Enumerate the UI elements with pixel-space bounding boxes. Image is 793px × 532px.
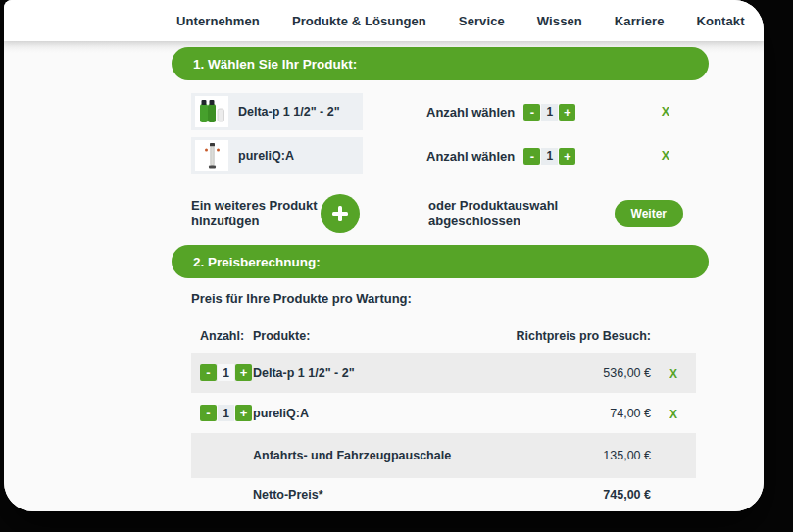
remove-product-button[interactable]: X [662,105,669,119]
decrease-quantity-button[interactable]: - [523,148,540,165]
quantity-stepper: - 1 + [523,104,575,121]
weiter-button[interactable]: Weiter [615,200,683,227]
nav-item-wissen[interactable]: Wissen [537,14,582,28]
row-product-name: pureliQ:A [253,407,533,420]
remove-row-button[interactable]: X [669,367,677,381]
column-header-product: Produkte: [253,329,494,343]
table-row-net-total: Netto-Preis* 745,00 € [191,478,696,511]
row-price: 74,00 € [533,407,651,420]
table-row-delta-p: - 1 + Delta-p 1 1/2" - 2" 536,00 € X [191,353,696,393]
nav-item-service[interactable]: Service [459,14,505,28]
price-table: Anzahl: Produkte: Richtpreis pro Besuch:… [191,319,696,511]
table-row-travel-fee: Anfahrts- und Fahrzeugpauschale 135,00 € [191,433,696,478]
nav-item-karriere[interactable]: Karriere [615,14,665,28]
product-tile-pureliq[interactable]: pureliQ:A [191,137,363,174]
column-header-price: Richtpreis pro Besuch: [494,329,651,343]
quantity-label: Anzahl wählen [426,105,515,120]
quantity-value: 1 [541,148,558,165]
net-total-price: 745,00 € [533,488,651,502]
product-name: Delta-p 1 1/2" - 2" [238,105,340,119]
section2-title: 2. Preisberechnung: [193,255,321,269]
section1-title: 1. Wählen Sie Ihr Produkt: [193,57,357,72]
increase-quantity-button[interactable]: + [559,104,575,121]
row-product-name: Delta-p 1 1/2" - 2" [253,366,533,380]
quantity-stepper: - 1 + [523,148,575,165]
net-total-label: Netto-Preis* [253,488,533,502]
row-stepper-cell: - 1 + [200,364,253,381]
decrease-quantity-button[interactable]: - [200,364,217,381]
pureliq-product-icon [195,140,228,171]
product-name: pureliQ:A [238,149,294,163]
price-subtitle: Preis für Ihre Produkte pro Wartung: [191,291,709,306]
browser-window: Unternehmen Produkte & Lösungen Service … [4,0,764,511]
selection-complete-label: oder Produktauswahl abgeschlossen [428,198,593,230]
row-product-name: Anfahrts- und Fahrzeugpauschale [253,449,533,462]
delta-p-product-icon [195,96,228,127]
quantity-value: 1 [218,405,234,421]
price-table-header: Anzahl: Produkte: Richtpreis pro Besuch: [191,319,696,353]
add-product-label: Ein weiteres Produkt hinzufügen [191,198,321,230]
row-price: 536,00 € [533,366,651,380]
add-or-continue-row: Ein weiteres Produkt hinzufügen oder Pro… [191,194,709,233]
add-product-button[interactable] [321,194,360,233]
page-content: 1. Wählen Sie Ihr Produkt: [4,41,764,511]
decrease-quantity-button[interactable]: - [523,104,540,121]
section2-header: 2. Preisberechnung: [172,245,709,278]
configurator: 1. Wählen Sie Ihr Produkt: [172,47,709,511]
main-nav: Unternehmen Produkte & Lösungen Service … [4,0,764,41]
backdrop: Unternehmen Produkte & Lösungen Service … [0,0,793,532]
remove-product-button[interactable]: X [662,149,669,163]
quantity-value: 1 [541,104,558,121]
column-header-quantity: Anzahl: [200,329,253,343]
remove-row-button[interactable]: X [669,408,677,421]
section1-header: 1. Wählen Sie Ihr Produkt: [172,47,709,80]
product-row-pureliq: pureliQ:A Anzahl wählen - 1 + X [191,137,709,174]
product-row-delta-p: Delta-p 1 1/2" - 2" Anzahl wählen - 1 + … [191,93,709,130]
plus-icon [331,205,349,222]
row-stepper-cell: - 1 + [200,405,253,421]
quantity-label: Anzahl wählen [426,149,515,164]
increase-quantity-button[interactable]: + [235,364,252,381]
quantity-value: 1 [218,364,234,381]
quantity-stepper: - 1 + [200,405,253,421]
quantity-stepper: - 1 + [200,364,253,381]
product-tile-delta-p[interactable]: Delta-p 1 1/2" - 2" [191,93,363,130]
increase-quantity-button[interactable]: + [235,405,252,421]
table-row-pureliq: - 1 + pureliQ:A 74,00 € X [191,393,696,433]
nav-item-kontakt[interactable]: Kontakt [697,14,745,28]
row-price: 135,00 € [533,449,651,462]
nav-item-produkte-loesungen[interactable]: Produkte & Lösungen [292,14,426,28]
increase-quantity-button[interactable]: + [559,148,575,165]
decrease-quantity-button[interactable]: - [200,405,217,421]
nav-item-unternehmen[interactable]: Unternehmen [176,14,260,28]
